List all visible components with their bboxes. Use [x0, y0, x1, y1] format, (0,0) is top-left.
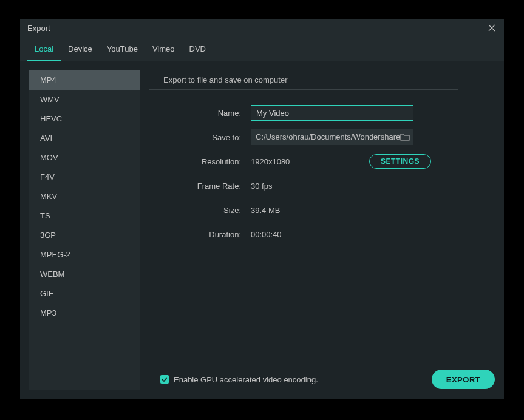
format-mkv[interactable]: MKV — [29, 187, 140, 206]
gpu-checkbox-label: Enable GPU accelerated video encoding. — [174, 375, 318, 384]
row-saveto: Save to: C:/Users/ohrau/Documents/Wonder… — [149, 125, 495, 149]
gpu-checkbox[interactable]: Enable GPU accelerated video encoding. — [160, 375, 318, 384]
checkbox-box — [160, 375, 169, 384]
saveto-value: C:/Users/ohrau/Documents/Wondershare — [256, 132, 400, 141]
tab-local[interactable]: Local — [27, 37, 61, 61]
tab-dvd[interactable]: DVD — [182, 37, 213, 61]
size-label: Size: — [149, 206, 251, 215]
size-value: 39.4 MB — [251, 206, 280, 215]
name-input[interactable] — [251, 105, 413, 121]
dialog-body: MP4 WMV HEVC AVI MOV F4V MKV TS 3GP MPEG… — [20, 61, 504, 399]
format-gif[interactable]: GIF — [29, 284, 140, 303]
duration-value: 00:00:40 — [251, 230, 282, 239]
close-button[interactable] — [487, 23, 497, 33]
row-framerate: Frame Rate: 30 fps — [149, 174, 495, 198]
format-webm[interactable]: WEBM — [29, 265, 140, 284]
footer: Enable GPU accelerated video encoding. E… — [29, 368, 495, 390]
format-mpeg2[interactable]: MPEG-2 — [29, 245, 140, 265]
folder-icon — [400, 133, 410, 141]
export-dialog: Export Local Device YouTube Vimeo DVD MP… — [20, 19, 504, 399]
format-wmv[interactable]: WMV — [29, 90, 140, 109]
framerate-value: 30 fps — [251, 181, 272, 191]
framerate-label: Frame Rate: — [149, 181, 251, 191]
format-mov[interactable]: MOV — [29, 148, 140, 168]
format-3gp[interactable]: 3GP — [29, 226, 140, 245]
form-rows: Name: Save to: C:/Users/ohrau/Documents/… — [149, 101, 495, 246]
tab-youtube[interactable]: YouTube — [100, 37, 145, 61]
row-size: Size: 39.4 MB — [149, 198, 495, 222]
format-mp4[interactable]: MP4 — [29, 70, 140, 90]
format-ts[interactable]: TS — [29, 206, 140, 226]
saveto-label: Save to: — [149, 133, 251, 142]
window-title: Export — [27, 24, 50, 33]
close-icon — [488, 24, 495, 32]
row-resolution: Resolution: 1920x1080 SETTINGS — [149, 149, 495, 174]
tab-vimeo[interactable]: Vimeo — [145, 37, 182, 61]
name-label: Name: — [149, 109, 251, 118]
check-icon — [162, 377, 168, 382]
main-panel: Export to file and save on computer Name… — [149, 70, 495, 390]
duration-label: Duration: — [149, 230, 251, 239]
row-duration: Duration: 00:00:40 — [149, 222, 495, 246]
format-avi[interactable]: AVI — [29, 129, 140, 148]
format-f4v[interactable]: F4V — [29, 168, 140, 187]
format-list: MP4 WMV HEVC AVI MOV F4V MKV TS 3GP MPEG… — [29, 70, 140, 390]
tab-device[interactable]: Device — [61, 37, 100, 61]
titlebar: Export — [20, 19, 504, 37]
format-hevc[interactable]: HEVC — [29, 109, 140, 129]
settings-button[interactable]: SETTINGS — [369, 154, 431, 169]
format-mp3[interactable]: MP3 — [29, 303, 140, 323]
section-title: Export to file and save on computer — [149, 75, 458, 90]
export-button[interactable]: EXPORT — [432, 370, 495, 389]
row-name: Name: — [149, 101, 495, 125]
resolution-label: Resolution: — [149, 157, 251, 166]
resolution-value: 1920x1080 — [251, 157, 290, 166]
saveto-path[interactable]: C:/Users/ohrau/Documents/Wondershare — [251, 129, 413, 145]
tabs: Local Device YouTube Vimeo DVD — [20, 37, 504, 61]
